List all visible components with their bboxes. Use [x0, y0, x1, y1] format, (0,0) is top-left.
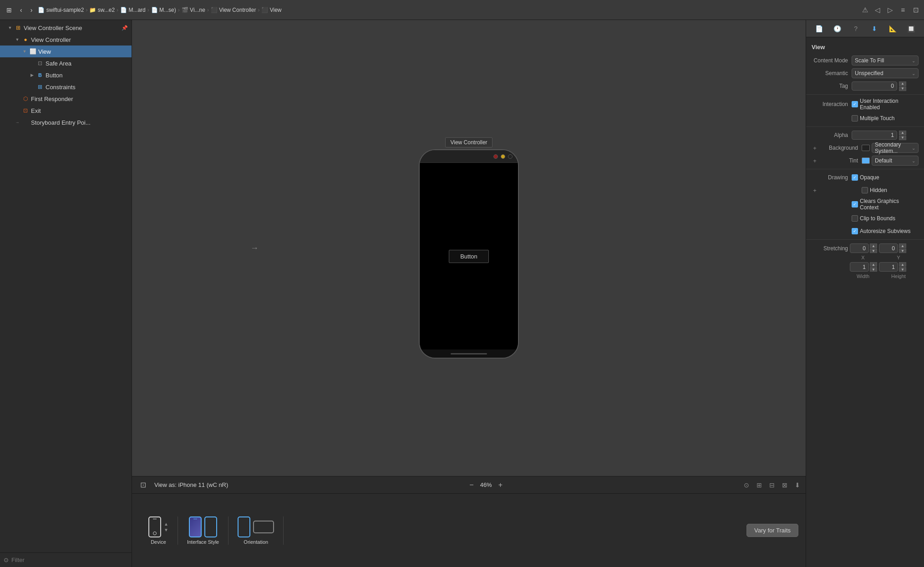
sidebar-item-first-responder[interactable]: ▶ ⬡ First Responder — [0, 93, 132, 105]
toggle-sidebar-btn[interactable]: ⊡ — [137, 480, 149, 490]
interface-light-icon[interactable] — [204, 516, 217, 537]
user-interaction-checkbox[interactable]: ✓ — [852, 101, 858, 107]
collapse-arrow-vc[interactable]: ▼ — [15, 37, 20, 42]
tab-attributes[interactable]: ⬇ — [868, 22, 881, 35]
stretch-w-up[interactable]: ▲ — [870, 262, 877, 267]
tag-input[interactable] — [852, 81, 897, 91]
canvas-center[interactable]: → View Controller Button — [132, 20, 806, 476]
zoom-in-button[interactable]: + — [496, 480, 505, 490]
tab-connections[interactable]: 🔲 — [905, 22, 918, 35]
stretch-y-down[interactable]: ▼ — [899, 248, 906, 253]
breadcrumb-mard[interactable]: 📄 M...ard — [120, 7, 146, 13]
tag-decrement[interactable]: ▼ — [899, 86, 906, 91]
layout2-icon[interactable]: ⊟ — [769, 481, 775, 489]
background-color-swatch[interactable] — [862, 145, 870, 151]
breadcrumb-viewcontroller[interactable]: ⬛ View Controller — [211, 7, 256, 13]
sidebar-item-safe-area[interactable]: ▶ ⊡ Safe Area — [0, 57, 132, 69]
canvas-button[interactable]: Button — [449, 250, 489, 263]
right-panel-tabs: 📄 🕐 ? ⬇ 📐 🔲 — [806, 20, 924, 37]
pin-icon: 📌 — [122, 25, 128, 31]
zoom-out-button[interactable]: − — [467, 480, 476, 490]
sidebar-item-storyboard-entry[interactable]: → Storyboard Entry Poi... — [0, 116, 132, 128]
stretching-x-input[interactable] — [850, 243, 869, 253]
grid-toggle-button[interactable]: ⊞ — [4, 5, 15, 15]
phone-frame: Button — [419, 149, 519, 359]
background-row: + Background Secondary System... ⌄ — [806, 142, 924, 154]
content-mode-dropdown[interactable]: Scale To Fill ⌄ — [852, 56, 919, 66]
tab-help[interactable]: ? — [849, 22, 862, 35]
sidebar: ▼ ⊞ View Controller Scene 📌 ▼ ● View Con… — [0, 20, 132, 567]
nav-forward-icon[interactable]: ▷ — [886, 5, 895, 15]
sidebar-item-view[interactable]: ▼ ⬜ View — [0, 46, 132, 57]
tab-size[interactable]: 📐 — [886, 22, 899, 35]
nav-back-icon[interactable]: ◁ — [873, 5, 882, 15]
tint-color-swatch[interactable] — [862, 157, 870, 164]
autoresize-checkbox[interactable]: ✓ — [852, 228, 858, 234]
hidden-checkbox[interactable] — [862, 187, 868, 193]
vary-for-traits-button[interactable]: Vary for Traits — [746, 524, 798, 537]
breadcrumb-sw[interactable]: 📁 sw...e2 — [89, 7, 115, 13]
tint-plus[interactable]: + — [812, 157, 818, 164]
tab-clock[interactable]: 🕐 — [831, 22, 844, 35]
breadcrumb-vine[interactable]: 🎬 Vi...ne — [182, 7, 205, 13]
sidebar-item-exit[interactable]: ▶ ⊡ Exit — [0, 105, 132, 116]
orientation-portrait-icon[interactable] — [238, 516, 250, 537]
tint-dropdown[interactable]: Default ⌄ — [872, 156, 919, 166]
semantic-dropdown[interactable]: Unspecified ⌄ — [852, 68, 919, 78]
sidebar-item-vc[interactable]: ▼ ● View Controller — [0, 34, 132, 46]
stretch-h-up[interactable]: ▲ — [899, 262, 906, 267]
stretching-w-input[interactable] — [850, 262, 869, 272]
sidebar-item-button[interactable]: ▶ B Button — [0, 69, 132, 81]
device-stepper[interactable]: ▲ ▼ — [164, 521, 168, 532]
stretch-h-down[interactable]: ▼ — [899, 267, 906, 272]
refresh-icon[interactable]: ⊙ — [744, 481, 749, 489]
alpha-input[interactable] — [852, 131, 897, 140]
entry-icon — [22, 119, 29, 126]
tag-increment[interactable]: ▲ — [899, 81, 906, 86]
stretching-y-input[interactable] — [879, 243, 898, 253]
stretch-y-up[interactable]: ▲ — [899, 243, 906, 248]
bottom-status-bar: ⊡ View as: iPhone 11 (wC nR) − 46% + ⊙ ⊞… — [132, 476, 806, 494]
right-panel-content: View Content Mode Scale To Fill ⌄ Semant… — [806, 37, 924, 567]
hidden-plus[interactable]: + — [812, 187, 818, 193]
stretching-label: Stretching — [812, 245, 848, 252]
background-plus[interactable]: + — [812, 145, 818, 151]
clears-checkbox[interactable]: ✓ — [852, 201, 858, 208]
layout1-icon[interactable]: ⊞ — [756, 481, 762, 489]
filter-input[interactable] — [11, 557, 128, 563]
warnings-icon[interactable]: ⚠ — [860, 5, 869, 15]
alpha-decrement[interactable]: ▼ — [899, 136, 906, 140]
layout-icon[interactable]: ⊡ — [911, 5, 920, 15]
drawing-opaque-value: ✓ Opaque — [852, 174, 919, 181]
alpha-increment[interactable]: ▲ — [899, 131, 906, 135]
layout3-icon[interactable]: ⊠ — [782, 481, 787, 489]
collapse-arrow-scene[interactable]: ▼ — [7, 25, 13, 30]
breadcrumb-view[interactable]: ⬛ View — [261, 7, 281, 13]
opaque-check: ✓ — [853, 175, 857, 180]
interface-dark-icon[interactable] — [189, 516, 202, 537]
download-icon[interactable]: ⬇ — [795, 481, 800, 489]
sidebar-item-constraints[interactable]: ▶ ⊞ Constraints — [0, 81, 132, 93]
breadcrumb-swiftui[interactable]: 📄 swiftui-sample2 — [38, 7, 84, 13]
stretch-x-down[interactable]: ▼ — [870, 248, 877, 253]
collapse-arrow-view[interactable]: ▼ — [22, 49, 27, 54]
device-phone-icon[interactable] — [148, 516, 161, 537]
collapse-arrow-button[interactable]: ▶ — [29, 72, 35, 78]
forward-button[interactable]: › — [28, 5, 36, 15]
editor-menu-icon[interactable]: ≡ — [899, 5, 908, 15]
opaque-checkbox[interactable]: ✓ — [852, 174, 858, 181]
orientation-landscape-icon[interactable] — [253, 521, 274, 533]
background-dropdown[interactable]: Secondary System... ⌄ — [872, 143, 919, 153]
multi-touch-checkbox[interactable] — [852, 115, 858, 122]
clip-row: Clip to Bounds — [806, 212, 924, 225]
back-button[interactable]: ‹ — [17, 5, 25, 15]
stretch-w-down[interactable]: ▼ — [870, 267, 877, 272]
phone-wrapper: View Controller Button — [419, 137, 519, 359]
clip-checkbox[interactable] — [852, 215, 858, 222]
stretching-h-input[interactable] — [879, 262, 898, 272]
semantic-row: Semantic Unspecified ⌄ — [806, 67, 924, 80]
stretch-x-up[interactable]: ▲ — [870, 243, 877, 248]
sidebar-item-scene[interactable]: ▼ ⊞ View Controller Scene 📌 — [0, 22, 132, 34]
tab-file[interactable]: 📄 — [812, 22, 825, 35]
breadcrumb-mse[interactable]: 📄 M...se) — [151, 7, 176, 13]
